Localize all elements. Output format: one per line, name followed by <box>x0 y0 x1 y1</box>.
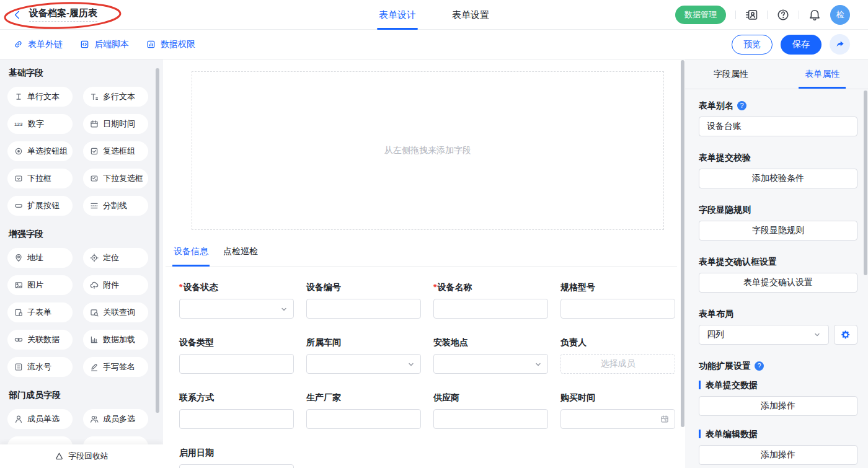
extend-button-icon <box>14 201 23 210</box>
field-item-member-single[interactable]: 成员单选 <box>7 409 73 429</box>
share-button[interactable] <box>830 34 850 55</box>
divider <box>799 11 799 19</box>
field-item-single-text[interactable]: 单行文本 <box>7 87 73 107</box>
properties-panel: 字段属性 表单属性 表单别名? 设备台账 表单提交校验 添加校验条件 字段显隐规… <box>685 60 868 468</box>
field-item-datetime[interactable]: 日期时间 <box>83 114 148 134</box>
preview-button[interactable]: 预览 <box>732 35 773 55</box>
form-external-link[interactable]: 表单外链 <box>14 39 63 50</box>
field-item-extend-button[interactable]: 扩展按钮 <box>7 196 73 216</box>
data-manage-button[interactable]: 数据管理 <box>675 6 726 24</box>
form-field[interactable]: 供应商 <box>433 392 548 429</box>
submit-confirm-button[interactable]: 表单提交确认设置 <box>699 273 857 293</box>
field-library-sidebar: 基础字段 单行文本 多行文本 123数字 日期时间 单选按钮组 复选框组 下拉框… <box>0 60 163 468</box>
bell-icon[interactable] <box>808 9 821 21</box>
section-title-enhanced: 增强字段 <box>9 228 163 239</box>
ext-group-title: 表单提交数据 <box>699 379 857 391</box>
alias-label: 表单别名 <box>699 100 733 111</box>
help-badge-icon[interactable]: ? <box>755 361 764 371</box>
form-field[interactable]: 设备类型 <box>179 337 294 374</box>
recycle-icon <box>55 452 64 461</box>
tab-form-props[interactable]: 表单属性 <box>777 60 868 89</box>
form-field[interactable]: 设备状态 <box>179 281 294 319</box>
field-item-multi-select[interactable]: 下拉复选框 <box>83 169 148 188</box>
back-icon[interactable] <box>12 10 22 20</box>
avatar[interactable]: 检 <box>830 5 850 25</box>
layout-label: 表单布局 <box>699 308 857 319</box>
field-item-related-data[interactable]: 关联数据 <box>7 330 73 350</box>
field-item-image[interactable]: 图片 <box>7 275 73 295</box>
contact-book-icon[interactable] <box>745 9 758 21</box>
form-field[interactable]: 设备名称 <box>433 281 548 319</box>
chevron-down-icon <box>280 306 288 313</box>
alias-input[interactable]: 设备台账 <box>699 117 857 136</box>
save-button[interactable]: 保存 <box>781 35 822 55</box>
form-field[interactable]: 购买时间 <box>560 392 675 429</box>
chevron-down-icon <box>534 361 542 368</box>
drop-zone-placeholder: 从左侧拖拽来添加字段 <box>384 145 471 156</box>
multi-select-icon <box>90 174 99 183</box>
select-icon <box>14 174 23 183</box>
add-action-button[interactable]: 添加操作 <box>699 445 857 465</box>
canvas-scrollbar[interactable] <box>681 60 684 427</box>
field-item-divider[interactable]: 分割线 <box>83 196 148 216</box>
backend-script[interactable]: 后端脚本 <box>80 39 129 50</box>
serial-number-icon <box>14 363 23 371</box>
help-badge-icon[interactable]: ? <box>737 101 746 110</box>
field-item-subform[interactable]: 子表单 <box>7 302 73 322</box>
tab-form-settings[interactable]: 表单设置 <box>452 0 489 30</box>
signature-icon <box>90 363 99 371</box>
field-item-address[interactable]: 地址 <box>7 248 73 268</box>
field-item-data-load[interactable]: 数据加载 <box>83 330 148 350</box>
section-title-basic: 基础字段 <box>9 67 163 78</box>
field-item-checkbox-group[interactable]: 复选框组 <box>83 141 148 161</box>
field-item-select[interactable]: 下拉框 <box>7 169 73 188</box>
field-item-number[interactable]: 123数字 <box>7 114 73 134</box>
form-field[interactable]: 规格型号 <box>560 281 675 319</box>
header-tabs: 表单设计 表单设置 <box>379 0 489 30</box>
form-field[interactable]: 负责人选择成员 <box>560 337 675 374</box>
group-title: 表单提交确认框设置 <box>699 256 857 267</box>
add-validation-button[interactable]: 添加校验条件 <box>699 169 857 188</box>
field-item-multi-text[interactable]: 多行文本 <box>83 87 148 107</box>
help-icon[interactable] <box>777 9 789 21</box>
sidebar-scrollbar[interactable] <box>156 68 159 413</box>
divider-icon <box>90 201 99 210</box>
member-multi-icon <box>90 415 99 423</box>
field-item-signature[interactable]: 手写签名 <box>83 357 148 377</box>
member-picker[interactable]: 选择成员 <box>560 354 675 374</box>
data-permission[interactable]: 数据权限 <box>146 39 195 50</box>
panel-scrollbar[interactable] <box>864 91 867 275</box>
add-action-button[interactable]: 添加操作 <box>699 396 857 416</box>
drop-zone[interactable]: 从左侧拖拽来添加字段 <box>192 71 664 230</box>
attachment-icon <box>90 281 99 289</box>
field-item-attachment[interactable]: 附件 <box>83 275 148 295</box>
form-field[interactable]: 所属车间 <box>306 337 421 374</box>
link-icon <box>14 40 23 49</box>
field-item-related-query[interactable]: 关联查询 <box>83 302 148 322</box>
tab-inspection[interactable]: 点检巡检 <box>223 245 258 266</box>
related-data-icon <box>14 335 23 344</box>
group-title: 表单提交校验 <box>699 152 857 163</box>
form-field[interactable]: 安装地点 <box>433 337 548 374</box>
field-item-member-multi[interactable]: 成员多选 <box>83 409 148 429</box>
subform-icon <box>14 308 23 317</box>
link-label: 表单外链 <box>28 39 63 50</box>
field-visibility-button[interactable]: 字段显隐规则 <box>699 221 857 241</box>
field-item-location[interactable]: 定位 <box>83 248 148 268</box>
layout-select[interactable]: 四列 <box>699 325 829 345</box>
field-item-radio-group[interactable]: 单选按钮组 <box>7 141 73 161</box>
field-item-serial-number[interactable]: 流水号 <box>7 357 73 377</box>
field-recycle-bin[interactable]: 字段回收站 <box>0 444 163 468</box>
tab-field-props[interactable]: 字段属性 <box>685 60 777 89</box>
tab-form-design[interactable]: 表单设计 <box>379 0 416 30</box>
layout-settings-button[interactable] <box>834 325 857 345</box>
form-field[interactable]: 联系方式 <box>179 392 294 429</box>
form-title[interactable]: 设备档案-履历表 <box>29 7 97 22</box>
form-field[interactable]: 设备编号 <box>306 281 421 319</box>
tab-device-info[interactable]: 设备信息 <box>174 245 208 266</box>
form-field[interactable]: 生产厂家 <box>306 392 421 429</box>
canvas-tabs: 设备信息 点检巡检 <box>166 245 677 267</box>
form-field[interactable]: 启用日期 <box>179 447 294 468</box>
member-single-icon <box>14 415 23 423</box>
back-nav[interactable]: 设备档案-履历表 <box>12 7 97 22</box>
